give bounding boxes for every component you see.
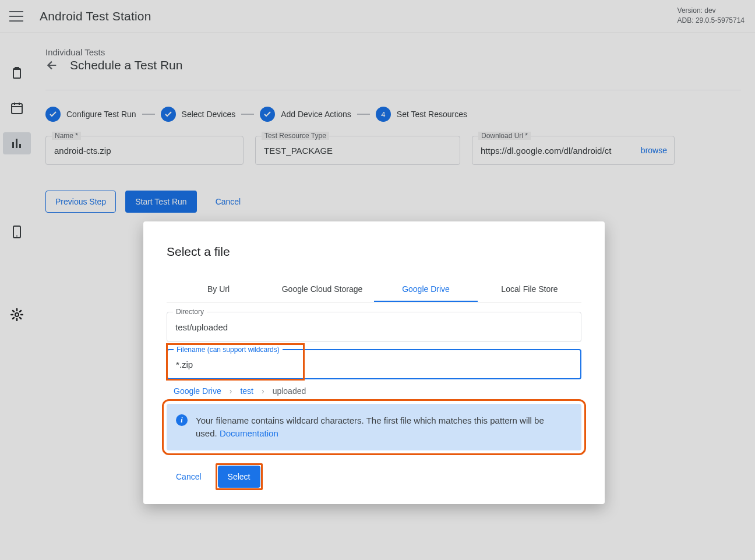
step-devices[interactable]: Select Devices [161, 107, 236, 122]
step-configure[interactable]: Configure Test Run [45, 107, 136, 122]
tab-gcs[interactable]: Google Cloud Storage [270, 277, 374, 302]
select-file-dialog: Select a file By Url Google Cloud Storag… [143, 221, 605, 504]
version-line: Version: dev [678, 6, 745, 16]
menu-icon[interactable] [9, 11, 23, 22]
chart-icon[interactable] [3, 132, 31, 154]
field-value: android-cts.zip [54, 146, 111, 156]
resource-type-field[interactable]: Test Resource Type TEST_PACKAGE [255, 136, 460, 165]
field-label: Name * [52, 132, 81, 140]
step-actions[interactable]: Add Device Actions [260, 107, 351, 122]
dialog-title: Select a file [167, 245, 581, 259]
info-banner: i Your filename contains wildcard charac… [167, 404, 581, 450]
step-number: 4 [376, 107, 391, 122]
svg-rect-7 [12, 142, 14, 148]
calendar-icon[interactable] [3, 97, 31, 119]
tab-by-url[interactable]: By Url [167, 277, 270, 302]
svg-rect-1 [15, 67, 19, 70]
step-label: Add Device Actions [281, 110, 351, 119]
chevron-right-icon: › [262, 386, 264, 396]
back-arrow-icon[interactable] [45, 59, 58, 72]
field-label: Download Url * [478, 132, 531, 140]
step-label: Select Devices [182, 110, 236, 119]
chevron-right-icon: › [230, 386, 232, 396]
dialog-tabs: By Url Google Cloud Storage Google Drive… [167, 277, 581, 302]
field-label: Directory [173, 308, 207, 316]
divider [45, 90, 741, 90]
svg-point-12 [15, 313, 19, 316]
field-label: Test Resource Type [262, 132, 329, 140]
previous-step-button[interactable]: Previous Step [45, 191, 116, 213]
svg-rect-2 [14, 70, 20, 78]
sidebar [0, 33, 34, 560]
step-resources[interactable]: 4 Set Test Resources [376, 107, 467, 122]
field-value: https://dl.google.com/dl/android/ct [481, 146, 612, 156]
page-title: Schedule a Test Run [70, 58, 182, 72]
dialog-cancel-button[interactable]: Cancel [167, 466, 211, 488]
top-bar: Android Test Station Version: dev ADB: 2… [0, 0, 755, 33]
version-info: Version: dev ADB: 29.0.5-5975714 [678, 6, 745, 26]
svg-rect-9 [19, 144, 21, 148]
clipboard-icon[interactable] [3, 62, 31, 84]
field-label: Filename (can support wildcards) [174, 346, 283, 354]
start-test-run-button[interactable]: Start Test Run [125, 191, 196, 213]
filename-input[interactable] [176, 360, 572, 369]
breadcrumb-path: Google Drive › test › uploaded [174, 386, 581, 396]
name-field[interactable]: Name * android-cts.zip [45, 136, 244, 165]
tab-local-file[interactable]: Local File Store [478, 277, 581, 302]
cancel-link[interactable]: Cancel [206, 191, 251, 213]
phone-icon[interactable] [3, 221, 31, 243]
path-mid-link[interactable]: test [240, 386, 253, 396]
info-text: Your filename contains wildcard characte… [196, 414, 553, 440]
settings-icon[interactable] [3, 304, 31, 326]
svg-point-11 [16, 235, 17, 237]
browse-link[interactable]: browse [641, 146, 667, 155]
path-root-link[interactable]: Google Drive [174, 386, 221, 396]
path-leaf: uploaded [273, 386, 306, 396]
field-value: TEST_PACKAGE [264, 146, 333, 156]
adb-line: ADB: 29.0.5-5975714 [678, 16, 745, 26]
documentation-link[interactable]: Documentation [220, 428, 278, 438]
svg-rect-3 [12, 104, 22, 114]
step-label: Set Test Resources [397, 110, 467, 119]
step-label: Configure Test Run [66, 110, 136, 119]
svg-rect-8 [16, 139, 17, 148]
tab-google-drive[interactable]: Google Drive [374, 277, 478, 302]
directory-field[interactable]: Directory [167, 312, 581, 342]
app-title: Android Test Station [40, 9, 151, 23]
info-icon: i [176, 414, 188, 426]
breadcrumb: Individual Tests [45, 47, 741, 57]
download-url-field[interactable]: Download Url * https://dl.google.com/dl/… [472, 136, 675, 165]
stepper: Configure Test Run Select Devices Add De… [45, 107, 741, 122]
directory-input[interactable] [175, 322, 573, 332]
dialog-select-button[interactable]: Select [218, 466, 260, 488]
filename-field[interactable]: Filename (can support wildcards) [167, 349, 581, 379]
